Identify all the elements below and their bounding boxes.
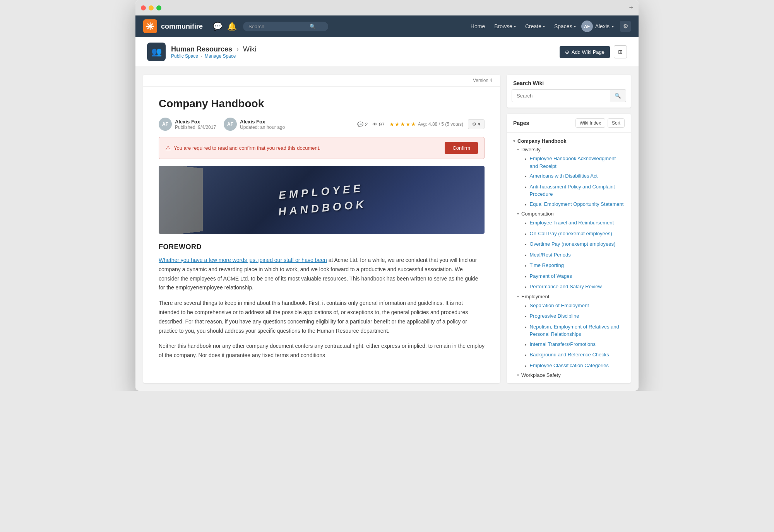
tree-group-employment: ▾ Employment • Separation of Employment … [511,293,631,371]
author2-info: AF Alexis Fox Updated: an hour ago [224,118,285,131]
search-wiki-box: 🔍 [507,89,631,108]
employment-label[interactable]: ▾ Employment [511,293,631,301]
bullet-icon: • [525,341,527,349]
bullet-icon: • [525,363,527,370]
wiki-label: Wiki [243,45,256,53]
manage-space-link[interactable]: Manage Space [205,53,236,59]
list-item[interactable]: • Anti-harassment Policy and Complaint P… [511,182,631,199]
list-item[interactable]: • Performance and Salary Review [511,282,631,293]
bullet-icon: • [525,201,527,209]
list-item[interactable]: • Separation of Employment [511,301,631,311]
brand-name: communifire [161,22,203,31]
minimize-button[interactable] [149,5,154,10]
space-text: Human Resources › Wiki Public Space · Ma… [171,45,256,59]
confirm-button[interactable]: Confirm [445,142,478,154]
list-item[interactable]: • Employee Handbook Acknowledgment and R… [511,154,631,171]
list-item[interactable]: • Nepotism, Employment of Relatives and … [511,322,631,339]
list-item[interactable]: • Equal Employment Opportunity Statement [511,199,631,210]
list-item[interactable]: • Internal Transfers/Promotions [511,339,631,350]
list-item[interactable]: • Payment of Wages [511,271,631,282]
list-item[interactable]: • Background and Reference Checks [511,350,631,361]
views-stat: 👁 97 [372,121,384,127]
comments-count: 2 [365,121,368,127]
rating-text: Avg: 4.88 / 5 (5 votes) [418,121,463,127]
nav-spaces[interactable]: Spaces ▾ [550,21,580,32]
pages-actions: Wiki Index Sort [575,118,625,128]
comments-stat[interactable]: 💬 2 [357,121,368,127]
maximize-button[interactable] [156,5,161,10]
wiki-body: Company Handbook AF Alexis Fox Published… [143,87,500,377]
workplace-safety-label[interactable]: ▾ Workplace Safety [511,371,631,379]
diversity-label[interactable]: ▾ Diversity [511,145,631,154]
list-item[interactable]: • Time Reporting [511,260,631,271]
author1-info: AF Alexis Fox Published: 9/4/2017 [159,118,216,131]
add-wiki-page-button[interactable]: ⊕ Add Wiki Page [560,46,610,58]
list-item[interactable]: • Americans with Disabilities Act [511,171,631,182]
page-title: Human Resources › Wiki [171,45,256,53]
app-window: + communifire 💬 🔔 🔍 Home Browse ▾ Create… [135,0,639,391]
pages-tree: ▾ Company Handbook ▾ Diversity • Employe… [507,133,631,383]
content-area: Version 4 Company Handbook AF Alexis Fox… [143,75,500,383]
nav-create[interactable]: Create ▾ [521,21,549,32]
subheader-actions: ⊕ Add Wiki Page ⊞ [560,45,627,58]
main-layout: Version 4 Company Handbook AF Alexis Fox… [135,67,639,391]
page-stats: 💬 2 👁 97 ★★★★★ Avg: 4.88 / 5 (5 votes) [357,119,485,129]
compensation-label[interactable]: ▾ Compensation [511,210,631,218]
global-search-input[interactable] [248,24,307,29]
layout-toggle-button[interactable]: ⊞ [614,45,627,58]
user-menu[interactable]: AF Alexis ▾ [581,21,614,32]
notification-icon[interactable]: 🔔 [227,22,237,31]
global-search[interactable]: 🔍 [243,22,328,31]
settings-icon[interactable]: ⚙ [620,21,631,32]
tree-root-label: Company Handbook [517,138,566,144]
snowflake-icon [146,22,154,31]
confirm-banner: ⚠ You are required to read and confirm t… [159,137,485,159]
list-item[interactable]: • Employee Classification Categories [511,361,631,371]
list-item[interactable]: • Meal/Rest Periods [511,250,631,261]
space-type: Public Space [171,53,198,59]
search-wiki-button[interactable]: 🔍 [610,89,626,102]
author1-avatar: AF [159,118,172,131]
add-icon: ⊕ [565,49,569,55]
space-meta: Public Space · Manage Space [171,53,256,59]
page-settings-button[interactable]: ⚙ ▾ [468,119,485,129]
eye-icon: 👁 [372,121,377,127]
author2-details: Alexis Fox Updated: an hour ago [240,119,285,130]
nav-browse[interactable]: Browse ▾ [490,21,520,32]
grid-icon: ⊞ [618,49,623,55]
breadcrumb-sep: › [236,45,241,53]
diversity-chevron-icon: ▾ [517,147,519,152]
search-wiki-title: Search Wiki [507,75,631,89]
bullet-icon: • [525,156,527,163]
list-item[interactable]: • Overtime Pay (nonexempt employees) [511,239,631,250]
close-button[interactable] [141,5,146,10]
tree-group-diversity: ▾ Diversity • Employee Handbook Acknowle… [511,145,631,210]
titlebar: + [135,0,639,15]
user-name: Alexis [595,23,610,29]
warning-icon: ⚠ [165,144,171,152]
nav-home[interactable]: Home [467,21,489,32]
bullet-icon: • [525,220,527,228]
employment-text: Employment [521,294,549,299]
browse-chevron-icon: ▾ [514,24,516,29]
new-tab-button[interactable]: + [629,4,633,12]
version-bar: Version 4 [143,75,500,87]
list-item[interactable]: • Progressive Discipline [511,311,631,322]
workplace-safety-chevron-icon: ▾ [517,373,519,377]
search-wiki-icon: 🔍 [615,93,621,99]
tree-root[interactable]: ▾ Company Handbook [507,137,631,145]
tree-group-compensation: ▾ Compensation • Employee Travel and Rei… [511,210,631,293]
search-icon: 🔍 [310,24,316,29]
author1-name[interactable]: Alexis Fox [175,119,216,125]
wiki-index-button[interactable]: Wiki Index [575,118,605,128]
foreword-link[interactable]: Whether you have a few more words just j… [159,257,327,263]
space-name[interactable]: Human Resources [171,45,232,53]
author2-name[interactable]: Alexis Fox [240,119,285,125]
search-wiki-input[interactable] [512,89,610,102]
sort-button[interactable]: Sort [608,118,625,128]
chat-icon[interactable]: 💬 [213,22,223,31]
list-item[interactable]: • On-Call Pay (nonexempt employees) [511,229,631,239]
bullet-icon: • [525,173,527,181]
rating-stat[interactable]: ★★★★★ Avg: 4.88 / 5 (5 votes) [389,121,463,127]
list-item[interactable]: • Employee Travel and Reimbursement [511,218,631,229]
